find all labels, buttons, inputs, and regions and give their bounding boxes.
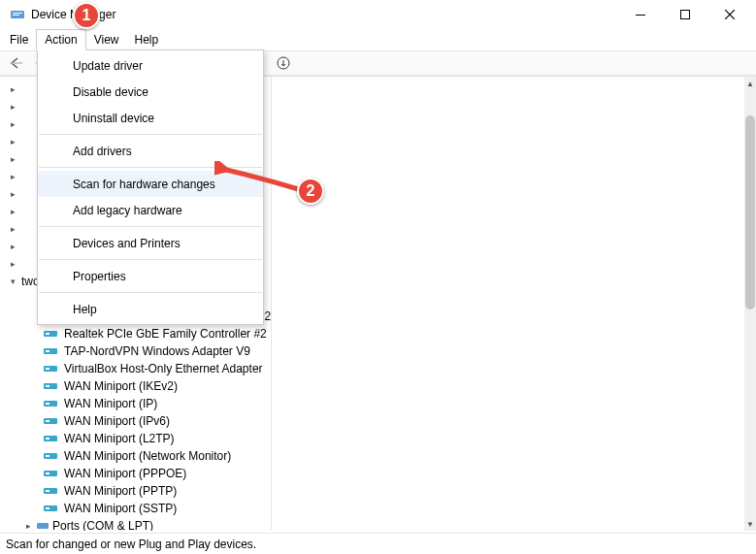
tree-device[interactable]: TAP-NordVPN Windows Adapter V9 — [0, 342, 271, 360]
chevron-down-icon: ▾ — [6, 273, 19, 290]
menu-update-driver[interactable]: Update driver — [38, 52, 263, 79]
network-adapter-icon — [43, 468, 58, 479]
ports-icon — [35, 520, 50, 531]
tree-device[interactable]: WAN Miniport (IP) — [0, 395, 271, 412]
svg-rect-25 — [46, 455, 49, 457]
chevron-right-icon: ▸ — [6, 150, 19, 168]
svg-rect-21 — [46, 420, 49, 422]
minimize-button[interactable] — [618, 0, 663, 29]
device-label: WAN Miniport (SSTP) — [64, 500, 177, 517]
chevron-right-icon: ▸ — [6, 81, 19, 98]
device-label: WAN Miniport (IP) — [64, 395, 157, 412]
device-label: WAN Miniport (IPv6) — [64, 412, 170, 430]
scroll-down-icon[interactable]: ▼ — [744, 517, 756, 531]
chevron-right-icon: ▸ — [6, 98, 19, 115]
maximize-button[interactable] — [663, 0, 707, 29]
titlebar: Device Manager — [0, 0, 756, 29]
network-adapter-icon — [43, 503, 58, 514]
tree-device[interactable]: WAN Miniport (L2TP) — [0, 430, 271, 447]
menu-separator — [39, 259, 262, 260]
menu-separator — [39, 292, 262, 293]
svg-rect-17 — [46, 385, 49, 387]
device-label: VirtualBox Host-Only Ethernet Adapter — [64, 360, 263, 377]
statusbar: Scan for changed or new Plug and Play de… — [0, 533, 756, 554]
chevron-right-icon: ▸ — [21, 517, 35, 531]
chevron-right-icon: ▸ — [6, 238, 19, 255]
tree-category-label: Ports (COM & LPT) — [50, 517, 153, 531]
network-adapter-icon — [43, 345, 58, 357]
svg-rect-23 — [46, 438, 49, 440]
device-label: WAN Miniport (L2TP) — [64, 430, 175, 447]
tree-device[interactable]: WAN Miniport (IPv6) — [0, 412, 271, 430]
chevron-right-icon: ▸ — [6, 220, 19, 238]
back-button[interactable] — [6, 52, 27, 74]
device-label: WAN Miniport (PPPOE) — [64, 465, 186, 482]
chevron-right-icon: ▸ — [6, 185, 19, 203]
device-label: WAN Miniport (PPTP) — [64, 482, 177, 500]
menu-file[interactable]: File — [2, 29, 36, 50]
scroll-thumb[interactable] — [745, 115, 755, 310]
device-label: WAN Miniport (Network Monitor) — [64, 447, 231, 465]
svg-rect-3 — [636, 15, 645, 16]
device-label: WAN Miniport (IKEv2) — [64, 377, 178, 395]
detail-panel — [272, 77, 744, 531]
network-adapter-icon — [43, 398, 58, 409]
menu-help[interactable]: Help — [127, 29, 167, 50]
menu-disable-device[interactable]: Disable device — [38, 79, 263, 105]
annotation-callout-1: 1 — [73, 2, 100, 29]
device-label: Realtek PCIe GbE Family Controller #2 — [64, 325, 267, 342]
svg-rect-31 — [46, 507, 49, 509]
menu-view[interactable]: View — [86, 29, 127, 50]
scroll-up-icon[interactable]: ▲ — [744, 77, 756, 90]
svg-rect-29 — [46, 490, 49, 492]
svg-rect-1 — [13, 13, 22, 14]
window-title: Device Manager — [31, 8, 618, 21]
network-adapter-icon — [43, 415, 58, 427]
vertical-scrollbar[interactable]: ▲ ▼ — [744, 77, 756, 531]
menu-uninstall-device[interactable]: Uninstall device — [38, 105, 263, 131]
network-adapter-icon — [43, 380, 58, 392]
tree-device[interactable]: WAN Miniport (PPPOE) — [0, 465, 271, 482]
close-button[interactable] — [707, 0, 752, 29]
tree-device[interactable]: WAN Miniport (Network Monitor) — [0, 447, 271, 465]
network-adapter-icon — [43, 485, 58, 497]
menu-separator — [39, 226, 262, 227]
tree-device[interactable]: WAN Miniport (IKEv2) — [0, 377, 271, 395]
chevron-right-icon: ▸ — [6, 203, 19, 220]
svg-rect-11 — [46, 333, 49, 335]
svg-rect-15 — [46, 368, 49, 370]
chevron-right-icon: ▸ — [6, 115, 19, 133]
tree-device[interactable]: VirtualBox Host-Only Ethernet Adapter — [0, 360, 271, 377]
menu-add-legacy[interactable]: Add legacy hardware — [38, 197, 263, 223]
menu-add-drivers[interactable]: Add drivers — [38, 138, 263, 164]
menubar: File Action View Help — [0, 29, 756, 50]
status-text: Scan for changed or new Plug and Play de… — [6, 538, 256, 551]
network-adapter-icon — [43, 450, 58, 462]
svg-rect-19 — [46, 403, 49, 405]
toolbar-scan-icon[interactable] — [273, 52, 294, 74]
tree-device[interactable]: Realtek PCIe GbE Family Controller #2 — [0, 325, 271, 342]
menu-help-item[interactable]: Help — [38, 296, 263, 322]
tree-device[interactable]: WAN Miniport (PPTP) — [0, 482, 271, 500]
app-icon — [10, 7, 25, 22]
chevron-right-icon: ▸ — [6, 255, 19, 273]
svg-rect-2 — [13, 15, 19, 16]
menu-separator — [39, 134, 262, 135]
menu-devices-printers[interactable]: Devices and Printers — [38, 230, 263, 256]
menu-properties[interactable]: Properties — [38, 263, 263, 289]
chevron-right-icon: ▸ — [6, 168, 19, 185]
chevron-right-icon: ▸ — [6, 133, 19, 150]
device-label: TAP-NordVPN Windows Adapter V9 — [64, 342, 250, 360]
svg-rect-4 — [681, 11, 690, 19]
svg-rect-27 — [46, 473, 49, 474]
annotation-callout-2: 2 — [297, 178, 324, 205]
network-adapter-icon — [43, 363, 58, 375]
menu-action[interactable]: Action — [36, 29, 85, 50]
tree-category-ports[interactable]: ▸Ports (COM & LPT) — [0, 517, 271, 531]
network-adapter-icon — [43, 328, 58, 340]
network-adapter-icon — [43, 433, 58, 444]
svg-rect-13 — [46, 350, 49, 352]
tree-device[interactable]: WAN Miniport (SSTP) — [0, 500, 271, 517]
window-controls — [618, 0, 752, 29]
svg-rect-32 — [37, 523, 49, 529]
